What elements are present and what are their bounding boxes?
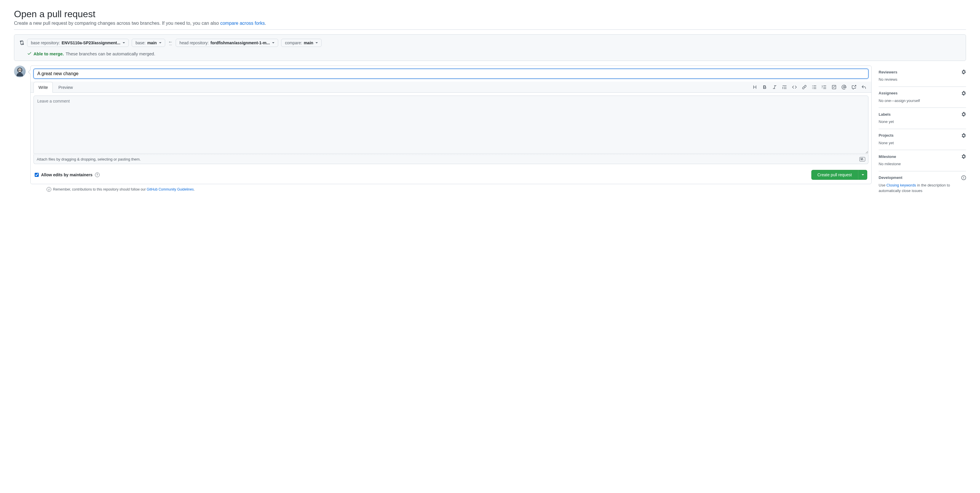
quote-icon[interactable] (782, 84, 788, 90)
assign-yourself-link[interactable]: assign yourself (895, 99, 920, 103)
info-icon[interactable] (961, 175, 966, 180)
caret-down-icon (862, 174, 864, 175)
compare-branch-select[interactable]: compare: main (281, 39, 321, 47)
community-guidelines-link[interactable]: GitHub Community Guidelines (147, 188, 194, 191)
compare-across-forks-link[interactable]: compare across forks (220, 21, 265, 25)
sidebar: Reviewers No reviews Assignees No one—as… (879, 65, 966, 198)
heading-icon[interactable] (752, 84, 758, 90)
cross-reference-icon[interactable] (851, 84, 857, 90)
gear-icon[interactable] (961, 91, 966, 95)
markdown-icon[interactable]: M↓ (859, 157, 865, 161)
milestone-section: Milestone No milestone (879, 150, 966, 171)
base-branch-select[interactable]: base: main (132, 39, 165, 47)
tab-write[interactable]: Write (33, 82, 53, 93)
caret-down-icon (272, 42, 274, 43)
reviewers-section: Reviewers No reviews (879, 65, 966, 87)
allow-edits-checkbox[interactable]: Allow edits by maintainers ? (35, 172, 100, 177)
tasklist-icon[interactable] (831, 84, 837, 90)
git-compare-icon (19, 40, 24, 46)
projects-section: Projects None yet (879, 129, 966, 150)
merge-status: Able to merge. These branches can be aut… (19, 51, 961, 57)
page-subtitle: Create a new pull request by comparing c… (14, 21, 966, 30)
create-pull-request-button[interactable]: Create pull request (811, 170, 858, 180)
svg-point-1 (17, 73, 23, 76)
caret-down-icon (315, 42, 318, 43)
compare-box: base repository: ENVS110a-SP23/assignmen… (14, 34, 966, 61)
reply-icon[interactable] (861, 84, 867, 90)
help-icon[interactable]: ? (95, 172, 100, 177)
caret-down-icon (159, 42, 161, 43)
arrow-left-icon: ←… (168, 40, 173, 45)
comment-box: Write Preview (30, 65, 872, 184)
ordered-list-icon[interactable] (821, 84, 827, 90)
italic-icon[interactable] (772, 84, 778, 90)
closing-keywords-link[interactable]: Closing keywords (886, 183, 916, 188)
bold-icon[interactable] (762, 84, 768, 90)
caret-down-icon (123, 42, 125, 43)
gear-icon[interactable] (961, 70, 966, 74)
base-repo-select[interactable]: base repository: ENVS110a-SP23/assignmen… (27, 39, 129, 47)
labels-section: Labels None yet (879, 108, 966, 129)
mention-icon[interactable] (841, 84, 847, 90)
head-repo-select[interactable]: head repository: fordfishman/assignment-… (176, 39, 278, 47)
tab-preview[interactable]: Preview (53, 82, 78, 93)
info-icon: i (47, 187, 51, 192)
assignees-section: Assignees No one—assign yourself (879, 87, 966, 108)
attach-bar[interactable]: Attach files by dragging & dropping, sel… (33, 154, 869, 164)
gear-icon[interactable] (961, 112, 966, 116)
gear-icon[interactable] (961, 133, 966, 138)
code-icon[interactable] (792, 84, 797, 90)
development-section: Development Use Closing keywords in the … (879, 171, 966, 198)
link-icon[interactable] (802, 84, 807, 90)
pr-title-input[interactable] (33, 69, 869, 79)
formatting-toolbar (752, 84, 869, 90)
create-pull-request-dropdown[interactable] (858, 170, 867, 180)
page-title: Open a pull request (14, 9, 966, 19)
footnote: i Remember, contributions to this reposi… (47, 187, 872, 192)
user-avatar[interactable] (14, 65, 25, 77)
comment-textarea[interactable] (33, 95, 869, 154)
unordered-list-icon[interactable] (811, 84, 817, 90)
check-icon (27, 51, 32, 57)
gear-icon[interactable] (961, 154, 966, 159)
